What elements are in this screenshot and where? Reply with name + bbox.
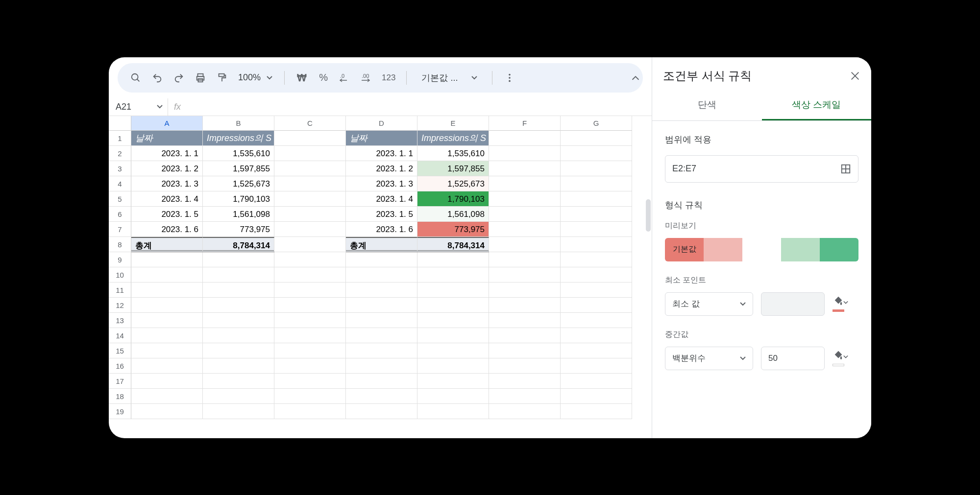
row-header[interactable]: 5: [109, 191, 131, 207]
percent-button[interactable]: %: [314, 69, 333, 87]
undo-button[interactable]: [148, 69, 167, 87]
cell[interactable]: [203, 374, 274, 389]
cell[interactable]: 날짜: [131, 131, 203, 146]
cell[interactable]: [203, 343, 274, 358]
cell[interactable]: [561, 237, 632, 252]
cell[interactable]: [346, 374, 417, 389]
cell[interactable]: [417, 298, 489, 313]
cell[interactable]: [346, 267, 417, 283]
cell[interactable]: [561, 283, 632, 298]
cell[interactable]: [274, 207, 346, 222]
cell[interactable]: [274, 252, 346, 267]
cell[interactable]: [274, 176, 346, 191]
cell[interactable]: [561, 389, 632, 404]
zoom-dropdown[interactable]: 100%: [234, 72, 276, 83]
cell[interactable]: [417, 328, 489, 343]
cell[interactable]: 2023. 1. 5: [346, 207, 417, 222]
cell[interactable]: [346, 283, 417, 298]
column-header[interactable]: C: [274, 116, 346, 131]
cell[interactable]: [346, 252, 417, 267]
cell[interactable]: Impressions의 S: [417, 131, 489, 146]
cell[interactable]: 8,784,314: [203, 237, 274, 252]
cell[interactable]: 773,975: [203, 222, 274, 237]
cell[interactable]: [561, 131, 632, 146]
row-header[interactable]: 11: [109, 283, 131, 298]
cell[interactable]: [417, 358, 489, 374]
cell[interactable]: [489, 222, 561, 237]
cell[interactable]: 2023. 1. 1: [131, 146, 203, 161]
cell[interactable]: [274, 374, 346, 389]
cell[interactable]: [203, 283, 274, 298]
column-header[interactable]: E: [417, 116, 489, 131]
column-header[interactable]: D: [346, 116, 417, 131]
cell[interactable]: [131, 283, 203, 298]
cell[interactable]: [346, 298, 417, 313]
cell[interactable]: 2023. 1. 2: [131, 161, 203, 176]
row-header[interactable]: 13: [109, 313, 131, 328]
cell[interactable]: [274, 298, 346, 313]
cell[interactable]: 총계: [131, 237, 203, 252]
cell[interactable]: 총계: [346, 237, 417, 252]
cell[interactable]: 773,975: [417, 222, 489, 237]
formula-bar[interactable]: fx: [168, 98, 187, 116]
cell[interactable]: [274, 328, 346, 343]
cell[interactable]: [489, 283, 561, 298]
mid-value-field[interactable]: 50: [761, 347, 825, 370]
row-header[interactable]: 14: [109, 328, 131, 343]
decrease-decimal-button[interactable]: .0: [336, 69, 354, 87]
cell[interactable]: [489, 252, 561, 267]
number-format-button[interactable]: 123: [379, 69, 398, 87]
cell[interactable]: [346, 343, 417, 358]
paint-format-button[interactable]: [213, 69, 231, 87]
cell[interactable]: [561, 374, 632, 389]
cell[interactable]: [489, 146, 561, 161]
row-header[interactable]: 12: [109, 298, 131, 313]
cell[interactable]: [131, 328, 203, 343]
cell[interactable]: [417, 313, 489, 328]
cell[interactable]: [561, 207, 632, 222]
cell[interactable]: [131, 252, 203, 267]
search-icon[interactable]: [126, 69, 145, 87]
cell[interactable]: 1,561,098: [203, 207, 274, 222]
preview-gradient[interactable]: 기본값: [665, 238, 858, 261]
cell[interactable]: [346, 389, 417, 404]
mid-type-select[interactable]: 백분위수: [665, 347, 753, 370]
cell[interactable]: [274, 146, 346, 161]
cell[interactable]: [561, 191, 632, 207]
cell[interactable]: [489, 131, 561, 146]
cell[interactable]: [131, 343, 203, 358]
cell[interactable]: [561, 343, 632, 358]
row-header[interactable]: 19: [109, 404, 131, 419]
row-header[interactable]: 4: [109, 176, 131, 191]
cell[interactable]: [561, 358, 632, 374]
column-header[interactable]: B: [203, 116, 274, 131]
cell[interactable]: [346, 328, 417, 343]
cell[interactable]: [489, 207, 561, 222]
column-header[interactable]: G: [561, 116, 632, 131]
column-header[interactable]: F: [489, 116, 561, 131]
cell[interactable]: 1,597,855: [203, 161, 274, 176]
cell[interactable]: [274, 267, 346, 283]
cell[interactable]: [417, 343, 489, 358]
cell[interactable]: [131, 374, 203, 389]
cell[interactable]: 2023. 1. 3: [131, 176, 203, 191]
cell[interactable]: [489, 298, 561, 313]
cell[interactable]: [274, 131, 346, 146]
redo-button[interactable]: [170, 69, 188, 87]
cell[interactable]: [489, 191, 561, 207]
cell[interactable]: 2023. 1. 3: [346, 176, 417, 191]
cell[interactable]: 1,525,673: [417, 176, 489, 191]
row-header[interactable]: 1: [109, 131, 131, 146]
cell[interactable]: [274, 161, 346, 176]
cell[interactable]: 1,525,673: [203, 176, 274, 191]
cell[interactable]: [561, 161, 632, 176]
cell[interactable]: [131, 298, 203, 313]
cell[interactable]: [109, 116, 131, 131]
min-color-button[interactable]: [833, 296, 844, 312]
cell[interactable]: [561, 267, 632, 283]
select-range-icon[interactable]: [840, 164, 851, 174]
cell[interactable]: [561, 328, 632, 343]
cell[interactable]: 2023. 1. 1: [346, 146, 417, 161]
cell[interactable]: [417, 283, 489, 298]
column-header[interactable]: A: [131, 116, 203, 131]
